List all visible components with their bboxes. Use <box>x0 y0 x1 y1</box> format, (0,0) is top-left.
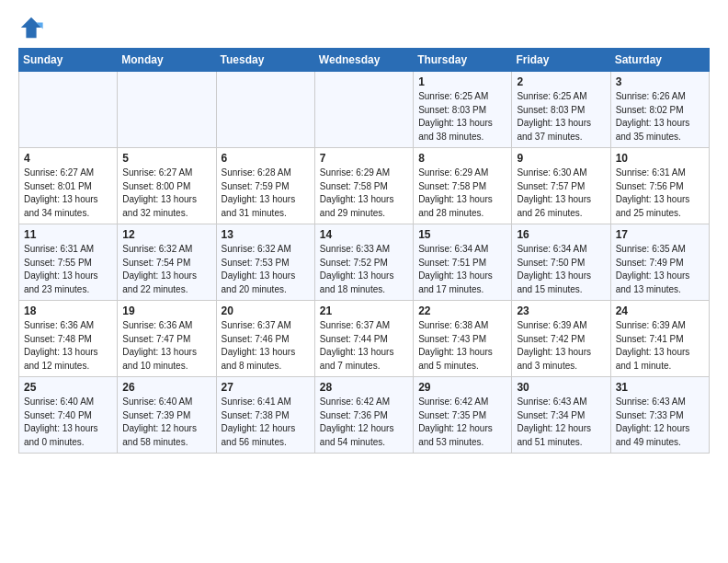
day-number: 26 <box>122 381 210 394</box>
calendar-cell: 20Sunrise: 6:37 AM Sunset: 7:46 PM Dayli… <box>216 301 314 377</box>
calendar-cell: 7Sunrise: 6:29 AM Sunset: 7:58 PM Daylig… <box>314 148 413 224</box>
day-info: Sunrise: 6:27 AM Sunset: 8:00 PM Dayligh… <box>122 167 210 220</box>
day-info: Sunrise: 6:29 AM Sunset: 7:58 PM Dayligh… <box>418 167 506 220</box>
day-number: 29 <box>418 381 506 394</box>
calendar-cell <box>118 72 216 148</box>
day-number: 28 <box>320 381 408 394</box>
day-number: 6 <box>222 152 310 165</box>
day-number: 14 <box>320 228 408 241</box>
day-number: 15 <box>418 228 506 241</box>
svg-marker-0 <box>21 17 41 38</box>
day-number: 1 <box>418 75 506 88</box>
day-number: 5 <box>122 152 210 165</box>
day-info: Sunrise: 6:26 AM Sunset: 8:02 PM Dayligh… <box>616 90 704 144</box>
calendar-cell: 19Sunrise: 6:36 AM Sunset: 7:47 PM Dayli… <box>118 301 216 377</box>
day-info: Sunrise: 6:34 AM Sunset: 7:50 PM Dayligh… <box>517 243 605 296</box>
day-number: 24 <box>616 304 704 317</box>
day-number: 16 <box>517 228 605 241</box>
column-header-monday: Monday <box>118 49 216 72</box>
day-number: 19 <box>122 304 210 317</box>
day-number: 17 <box>616 228 704 241</box>
day-info: Sunrise: 6:36 AM Sunset: 7:47 PM Dayligh… <box>122 319 210 373</box>
day-number: 8 <box>418 152 506 165</box>
column-header-thursday: Thursday <box>414 49 512 72</box>
calendar-cell: 11Sunrise: 6:31 AM Sunset: 7:55 PM Dayli… <box>19 224 118 301</box>
day-info: Sunrise: 6:32 AM Sunset: 7:53 PM Dayligh… <box>222 243 310 296</box>
calendar-cell: 16Sunrise: 6:34 AM Sunset: 7:50 PM Dayli… <box>512 224 610 301</box>
day-number: 11 <box>24 228 112 241</box>
day-number: 2 <box>517 75 605 88</box>
calendar-cell: 31Sunrise: 6:43 AM Sunset: 7:33 PM Dayli… <box>610 377 709 454</box>
day-number: 18 <box>24 304 112 317</box>
day-info: Sunrise: 6:38 AM Sunset: 7:43 PM Dayligh… <box>418 319 506 373</box>
calendar-cell: 1Sunrise: 6:25 AM Sunset: 8:03 PM Daylig… <box>414 72 512 148</box>
column-header-wednesday: Wednesday <box>314 49 413 72</box>
logo <box>18 15 48 40</box>
day-number: 20 <box>222 304 310 317</box>
calendar-cell: 13Sunrise: 6:32 AM Sunset: 7:53 PM Dayli… <box>216 224 314 301</box>
day-info: Sunrise: 6:43 AM Sunset: 7:33 PM Dayligh… <box>616 396 704 449</box>
calendar-cell: 2Sunrise: 6:25 AM Sunset: 8:03 PM Daylig… <box>512 72 610 148</box>
column-header-friday: Friday <box>512 49 610 72</box>
calendar-cell: 21Sunrise: 6:37 AM Sunset: 7:44 PM Dayli… <box>314 301 413 377</box>
day-info: Sunrise: 6:37 AM Sunset: 7:46 PM Dayligh… <box>222 319 310 373</box>
calendar-cell: 8Sunrise: 6:29 AM Sunset: 7:58 PM Daylig… <box>414 148 512 224</box>
calendar-cell <box>216 72 314 148</box>
day-info: Sunrise: 6:36 AM Sunset: 7:48 PM Dayligh… <box>24 319 112 373</box>
day-number: 31 <box>616 381 704 394</box>
day-info: Sunrise: 6:31 AM Sunset: 7:55 PM Dayligh… <box>24 243 112 296</box>
calendar-cell: 4Sunrise: 6:27 AM Sunset: 8:01 PM Daylig… <box>19 148 118 224</box>
day-number: 27 <box>222 381 310 394</box>
calendar-cell: 14Sunrise: 6:33 AM Sunset: 7:52 PM Dayli… <box>314 224 413 301</box>
page-header <box>18 15 710 40</box>
calendar-cell: 28Sunrise: 6:42 AM Sunset: 7:36 PM Dayli… <box>314 377 413 454</box>
day-number: 30 <box>517 381 605 394</box>
calendar-cell: 3Sunrise: 6:26 AM Sunset: 8:02 PM Daylig… <box>610 72 709 148</box>
day-number: 23 <box>517 304 605 317</box>
day-info: Sunrise: 6:39 AM Sunset: 7:42 PM Dayligh… <box>517 319 605 373</box>
calendar-week-row: 25Sunrise: 6:40 AM Sunset: 7:40 PM Dayli… <box>19 377 710 454</box>
day-info: Sunrise: 6:41 AM Sunset: 7:38 PM Dayligh… <box>222 396 310 449</box>
calendar-cell: 24Sunrise: 6:39 AM Sunset: 7:41 PM Dayli… <box>610 301 709 377</box>
day-info: Sunrise: 6:31 AM Sunset: 7:56 PM Dayligh… <box>616 167 704 220</box>
day-number: 3 <box>616 75 704 88</box>
day-info: Sunrise: 6:35 AM Sunset: 7:49 PM Dayligh… <box>616 243 704 296</box>
day-info: Sunrise: 6:40 AM Sunset: 7:39 PM Dayligh… <box>122 396 210 449</box>
calendar-week-row: 4Sunrise: 6:27 AM Sunset: 8:01 PM Daylig… <box>19 148 710 224</box>
day-number: 12 <box>122 228 210 241</box>
day-number: 13 <box>222 228 310 241</box>
calendar-table: SundayMondayTuesdayWednesdayThursdayFrid… <box>18 48 710 454</box>
calendar-cell: 27Sunrise: 6:41 AM Sunset: 7:38 PM Dayli… <box>216 377 314 454</box>
column-header-tuesday: Tuesday <box>216 49 314 72</box>
calendar-cell: 15Sunrise: 6:34 AM Sunset: 7:51 PM Dayli… <box>414 224 512 301</box>
calendar-cell: 26Sunrise: 6:40 AM Sunset: 7:39 PM Dayli… <box>118 377 216 454</box>
calendar-cell: 6Sunrise: 6:28 AM Sunset: 7:59 PM Daylig… <box>216 148 314 224</box>
day-info: Sunrise: 6:29 AM Sunset: 7:58 PM Dayligh… <box>320 167 408 220</box>
day-number: 25 <box>24 381 112 394</box>
calendar-cell: 9Sunrise: 6:30 AM Sunset: 7:57 PM Daylig… <box>512 148 610 224</box>
day-info: Sunrise: 6:37 AM Sunset: 7:44 PM Dayligh… <box>320 319 408 373</box>
calendar-cell: 23Sunrise: 6:39 AM Sunset: 7:42 PM Dayli… <box>512 301 610 377</box>
calendar-week-row: 1Sunrise: 6:25 AM Sunset: 8:03 PM Daylig… <box>19 72 710 148</box>
day-info: Sunrise: 6:42 AM Sunset: 7:35 PM Dayligh… <box>418 396 506 449</box>
day-info: Sunrise: 6:25 AM Sunset: 8:03 PM Dayligh… <box>517 90 605 144</box>
day-number: 10 <box>616 152 704 165</box>
logo-icon <box>18 15 44 40</box>
calendar-cell <box>314 72 413 148</box>
calendar-cell: 29Sunrise: 6:42 AM Sunset: 7:35 PM Dayli… <box>414 377 512 454</box>
calendar-header-row: SundayMondayTuesdayWednesdayThursdayFrid… <box>19 49 710 72</box>
day-number: 7 <box>320 152 408 165</box>
day-number: 4 <box>24 152 112 165</box>
calendar-cell: 12Sunrise: 6:32 AM Sunset: 7:54 PM Dayli… <box>118 224 216 301</box>
day-info: Sunrise: 6:27 AM Sunset: 8:01 PM Dayligh… <box>24 167 112 220</box>
column-header-sunday: Sunday <box>19 49 118 72</box>
calendar-cell <box>19 72 118 148</box>
calendar-cell: 10Sunrise: 6:31 AM Sunset: 7:56 PM Dayli… <box>610 148 709 224</box>
day-info: Sunrise: 6:25 AM Sunset: 8:03 PM Dayligh… <box>418 90 506 144</box>
calendar-cell: 5Sunrise: 6:27 AM Sunset: 8:00 PM Daylig… <box>118 148 216 224</box>
day-number: 21 <box>320 304 408 317</box>
calendar-cell: 17Sunrise: 6:35 AM Sunset: 7:49 PM Dayli… <box>610 224 709 301</box>
calendar-week-row: 18Sunrise: 6:36 AM Sunset: 7:48 PM Dayli… <box>19 301 710 377</box>
day-info: Sunrise: 6:43 AM Sunset: 7:34 PM Dayligh… <box>517 396 605 449</box>
calendar-cell: 18Sunrise: 6:36 AM Sunset: 7:48 PM Dayli… <box>19 301 118 377</box>
